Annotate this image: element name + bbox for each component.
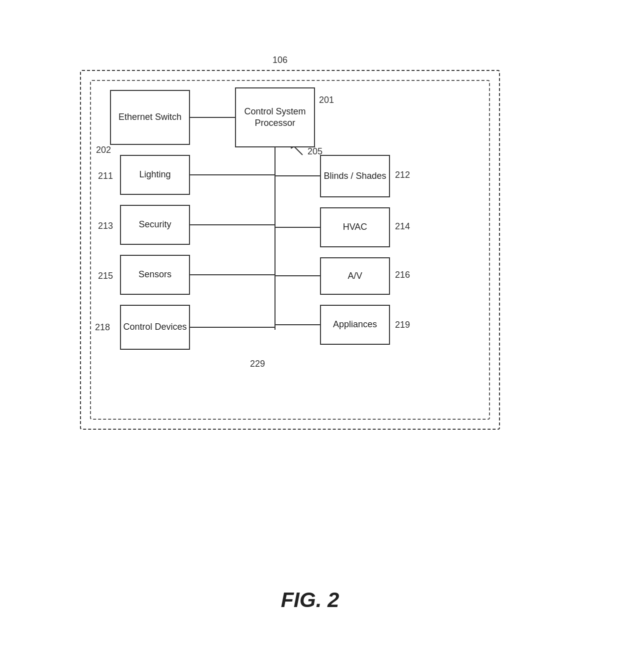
hvac-label: HVAC xyxy=(343,221,368,233)
control-system-processor-box: Control System Processor xyxy=(235,87,315,147)
ethernet-switch-box: Ethernet Switch xyxy=(110,90,190,145)
security-label: Security xyxy=(138,219,171,230)
lighting-label: Lighting xyxy=(139,169,170,180)
label-202: 202 xyxy=(96,145,111,155)
control-devices-label: Control Devices xyxy=(123,321,186,333)
ethernet-switch-label: Ethernet Switch xyxy=(118,111,182,123)
appliances-box: Appliances xyxy=(320,305,390,345)
blinds-shades-label: Blinds / Shades xyxy=(324,170,386,182)
sensors-label: Sensors xyxy=(138,269,172,280)
av-label: A/V xyxy=(348,270,362,282)
label-216: 216 xyxy=(395,270,410,280)
control-devices-box: Control Devices xyxy=(120,305,190,350)
sensors-box: Sensors xyxy=(120,255,190,295)
figure-caption: FIG. 2 xyxy=(281,588,340,612)
av-box: A/V xyxy=(320,257,390,295)
label-212: 212 xyxy=(395,170,410,180)
csp-label: Control System Processor xyxy=(236,106,314,129)
label-213: 213 xyxy=(98,221,113,231)
label-211: 211 xyxy=(98,171,113,181)
security-box: Security xyxy=(120,205,190,245)
appliances-label: Appliances xyxy=(333,319,377,330)
label-106: 106 xyxy=(272,55,288,65)
blinds-shades-box: Blinds / Shades xyxy=(320,155,390,197)
label-215: 215 xyxy=(98,271,113,281)
label-219: 219 xyxy=(395,320,410,330)
hvac-box: HVAC xyxy=(320,207,390,247)
diagram-container: 106 Ethernet Switch Control System Proce… xyxy=(80,50,510,440)
label-218: 218 xyxy=(95,322,110,333)
label-214: 214 xyxy=(395,221,410,232)
label-229: 229 xyxy=(250,359,265,369)
lighting-box: Lighting xyxy=(120,155,190,195)
label-201: 201 xyxy=(319,95,334,105)
